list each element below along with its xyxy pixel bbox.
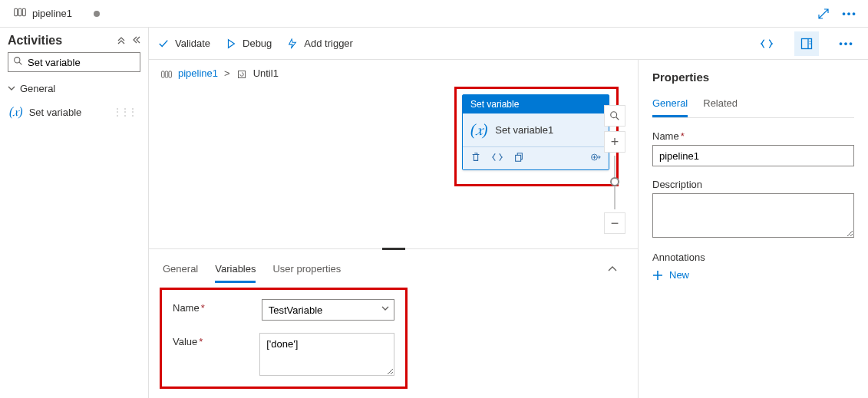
zoom-out-button[interactable]: − [604,212,625,234]
tab-variables[interactable]: Variables [215,257,256,283]
svg-rect-9 [162,71,165,77]
variable-value-input[interactable] [259,333,394,376]
debug-label: Debug [243,38,272,49]
value-label: Value* [173,333,259,347]
zoom-slider[interactable] [614,156,616,209]
activity-item-label: Set variable [29,107,82,118]
add-trigger-button[interactable]: Add trigger [287,38,353,49]
svg-rect-13 [516,155,521,161]
svg-point-3 [15,58,20,63]
svg-line-16 [616,117,619,120]
zoom-control: + − [604,105,625,234]
props-tab-related[interactable]: Related [703,93,738,117]
until-icon [236,67,247,79]
activities-sidebar: Activities [0,28,149,398]
debug-button[interactable]: Debug [226,38,272,49]
svg-rect-0 [15,8,18,15]
group-label: General [20,83,55,94]
zoom-fit-button[interactable] [604,105,625,127]
pipeline-icon [161,67,172,79]
collapse-panel-button[interactable] [601,258,624,282]
variable-icon: (𝑥) [9,105,23,119]
delete-icon[interactable] [470,152,481,165]
svg-rect-2 [22,8,25,15]
svg-rect-10 [165,71,168,77]
tab-user-properties[interactable]: User properties [272,257,341,283]
svg-rect-11 [169,71,172,77]
properties-panel: Properties General Related Name* Descrip… [638,60,868,398]
pipeline-description-input[interactable] [652,193,854,238]
tab-title: pipeline1 [32,8,72,19]
activity-settings-panel: General Variables User properties Name* [149,248,638,398]
zoom-slider-thumb[interactable] [610,177,619,186]
pipeline-name-input[interactable] [652,145,854,166]
collapse-all-icon[interactable] [116,35,127,47]
props-tab-general[interactable]: General [652,93,688,117]
variable-icon: (𝑥) [470,121,487,139]
clone-icon[interactable] [513,152,524,165]
activity-type-label: Set variable [463,95,609,113]
code-view-button[interactable] [754,31,779,56]
variable-name-select[interactable] [262,299,394,321]
breadcrumb: pipeline1 > Until1 [149,60,638,87]
pipeline-icon [14,7,26,20]
svg-rect-12 [238,71,245,77]
expand-icon[interactable] [816,6,831,21]
activity-name: Set variable1 [495,124,553,136]
add-annotation-button[interactable]: New [652,269,854,281]
unsaved-indicator-icon [94,11,100,17]
validate-label: Validate [175,38,210,49]
svg-line-4 [19,62,21,64]
breadcrumb-root[interactable]: pipeline1 [178,67,218,79]
more-icon[interactable]: ••• [842,6,857,21]
design-canvas[interactable]: Set variable (𝑥) Set variable1 [149,87,638,248]
new-annotation-label: New [669,269,689,281]
drag-grip-icon: ⋮⋮⋮ [113,107,136,117]
collapse-sidebar-icon[interactable] [131,35,140,47]
highlight-marker-form: Name* Value* [160,288,408,389]
svg-point-15 [611,112,617,118]
add-trigger-label: Add trigger [304,38,353,49]
validate-button[interactable]: Validate [158,38,210,49]
props-name-label: Name* [652,130,854,142]
toolbar-more-button[interactable]: ••• [834,31,859,56]
properties-toggle-button[interactable] [794,31,819,56]
sidebar-title: Activities [8,34,62,48]
tab-general[interactable]: General [163,257,198,283]
code-icon[interactable] [492,152,503,165]
pipeline-toolbar: Validate Debug Add trigger ••• [149,28,868,60]
add-output-icon[interactable] [590,152,601,165]
breadcrumb-child: Until1 [253,67,279,79]
group-general[interactable]: General [8,80,140,102]
annotations-label: Annotations [652,252,854,263]
center-pane: Validate Debug Add trigger ••• [149,28,868,398]
activity-set-variable1[interactable]: Set variable (𝑥) Set variable1 [462,94,609,170]
name-label: Name* [173,299,262,314]
properties-title: Properties [652,71,854,84]
tab-pipeline1[interactable]: pipeline1 [6,0,107,27]
zoom-in-button[interactable]: + [604,131,625,153]
activity-item-set-variable[interactable]: (𝑥) Set variable ⋮⋮⋮ [8,102,140,122]
breadcrumb-separator: > [224,67,230,79]
search-input[interactable] [28,57,157,68]
search-icon [13,56,23,68]
search-input-wrapper[interactable] [8,52,140,72]
chevron-down-icon [8,83,15,94]
tab-bar: pipeline1 ••• [0,0,868,28]
svg-rect-1 [18,8,21,15]
props-description-label: Description [652,179,854,190]
